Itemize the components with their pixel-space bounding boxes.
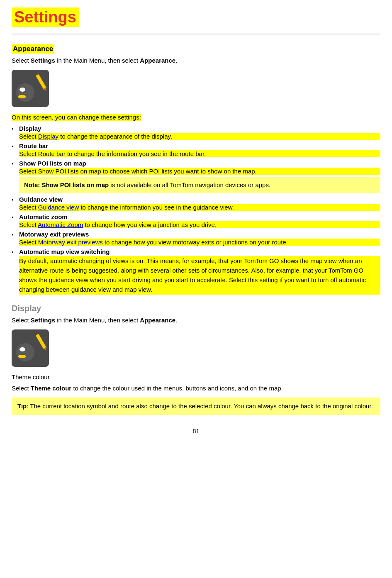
device-face-icon — [16, 83, 34, 102]
display-intro-text3: . — [175, 317, 177, 324]
device-pencil-icon — [36, 74, 46, 90]
appearance-intro-text1: Select — [12, 57, 31, 64]
display-device-image-inner — [14, 332, 47, 365]
list-item-display: Display Select Display to change the app… — [12, 125, 380, 140]
list-item-motorway-desc: Select Motorway exit previews to change … — [19, 239, 380, 246]
poi-note-box: Note: Show POI lists on map is not avail… — [19, 177, 380, 193]
list-item-routebar-desc: Select Route bar to change the informati… — [19, 150, 380, 157]
list-item-motorway-title: Motorway exit previews — [19, 231, 380, 238]
settings-list: Display Select Display to change the app… — [12, 125, 380, 295]
list-item-motorway: Motorway exit previews Select Motorway e… — [12, 231, 380, 246]
appearance-intro-text3: . — [175, 57, 177, 64]
appearance-intro-bold2: Appearance — [140, 57, 175, 64]
list-item-routebar-title: Route bar — [19, 142, 380, 149]
display-device-image — [12, 329, 49, 367]
theme-colour-desc: Select Theme colour to change the colour… — [12, 385, 380, 392]
page-title-wrapper: Settings — [12, 7, 380, 30]
appearance-intro-text2: in the Main Menu, then select — [55, 57, 140, 64]
top-divider — [12, 34, 380, 34]
list-item-poi-title: Show POI lists on map — [19, 160, 380, 167]
list-item-mapswitch-desc: By default, automatic changing of views … — [19, 256, 380, 295]
page-container: Settings Appearance Select Settings in t… — [0, 0, 392, 459]
appearance-section: Appearance Select Settings in the Main M… — [12, 42, 380, 295]
list-item-mapswitch-title: Automatic map view switching — [19, 248, 380, 255]
display-device-face-icon — [16, 343, 34, 361]
on-screen-block: On this screen, you can change these set… — [12, 114, 380, 121]
page-title: Settings — [12, 7, 79, 27]
display-device-pencil-icon — [36, 334, 46, 349]
appearance-intro-bold1: Settings — [31, 57, 55, 64]
list-item-autozoom-title: Automatic zoom — [19, 213, 380, 220]
tip-text: : The current location symbol and route … — [27, 402, 373, 410]
display-intro: Select Settings in the Main Menu, then s… — [12, 317, 380, 324]
display-intro-bold1: Settings — [31, 317, 55, 324]
list-item-guidance-desc: Select Guidance view to change the infor… — [19, 204, 380, 211]
list-item-poi-desc: Select Show POI lists on map to choose w… — [19, 168, 380, 175]
appearance-heading: Appearance — [12, 44, 54, 54]
appearance-intro: Select Settings in the Main Menu, then s… — [12, 57, 380, 64]
display-intro-text1: Select — [12, 317, 31, 324]
list-item-guidance-title: Guidance view — [19, 196, 380, 203]
display-section-heading: Display — [12, 304, 380, 313]
display-intro-bold2: Appearance — [140, 317, 175, 324]
list-item-autozoom-desc: Select Automatic Zoom to change how you … — [19, 221, 380, 228]
theme-colour-label-para: Theme colour — [12, 373, 380, 380]
list-item-guidance: Guidance view Select Guidance view to ch… — [12, 196, 380, 211]
theme-colour-desc-suffix: to change the colour used in the menus, … — [71, 385, 283, 392]
list-item-display-title: Display — [19, 125, 380, 132]
motorway-exit-link[interactable]: Motorway exit previews — [38, 239, 103, 246]
automatic-zoom-link[interactable]: Automatic Zoom — [38, 221, 83, 228]
theme-colour-desc-prefix: Select — [12, 385, 31, 392]
theme-colour-label: Theme colour — [12, 373, 50, 380]
theme-colour-desc-bold: Theme colour — [31, 385, 71, 392]
appearance-heading-wrapper: Appearance — [12, 42, 380, 57]
display-intro-text2: in the Main Menu, then select — [55, 317, 140, 324]
list-item-mapswitch: Automatic map view switching By default,… — [12, 248, 380, 295]
guidance-view-link[interactable]: Guidance view — [38, 204, 79, 211]
page-number: 81 — [12, 427, 380, 443]
poi-note-suffix: is not available on all TomTom navigatio… — [109, 181, 270, 188]
poi-note-bold: Note: Show POI lists on map — [24, 181, 109, 188]
list-item-autozoom: Automatic zoom Select Automatic Zoom to … — [12, 213, 380, 228]
on-screen-text: On this screen, you can change these set… — [12, 114, 141, 121]
list-item-routebar: Route bar Select Route bar to change the… — [12, 142, 380, 157]
list-item-poi: Show POI lists on map Select Show POI li… — [12, 160, 380, 193]
display-section: Display Select Settings in the Main Menu… — [12, 304, 380, 415]
display-link[interactable]: Display — [38, 133, 58, 140]
tip-box: Tip: The current location symbol and rou… — [12, 398, 380, 415]
device-image-inner — [14, 72, 47, 105]
appearance-device-image — [12, 70, 49, 107]
list-item-display-desc: Select Display to change the appearance … — [19, 133, 380, 140]
tip-bold: Tip — [17, 402, 27, 410]
